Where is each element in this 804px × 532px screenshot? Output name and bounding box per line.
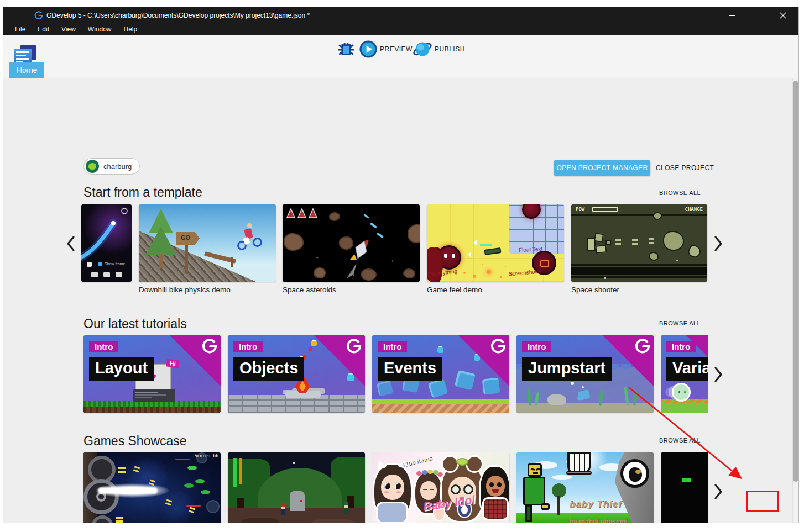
template-card-game-feel[interactable]: Float Text Everything Screenshake	[427, 204, 564, 282]
items-label: +100 items	[400, 454, 432, 468]
tutorial-card-events[interactable]: Intro Events	[372, 335, 509, 413]
minimize-button-icon[interactable]	[721, 7, 743, 24]
browse-all-showcase[interactable]: BROWSE ALL	[659, 437, 701, 444]
title-bar: GDevelop 5 - C:\Users\charburg\Documents…	[3, 7, 798, 24]
intro-tag: Intro	[233, 341, 263, 352]
tutorial-card-objects[interactable]: Intro Objects	[228, 335, 365, 413]
template-caption: Game feel demo	[427, 286, 482, 294]
gdevelop-g-icon	[202, 339, 217, 354]
menu-window[interactable]: Window	[82, 24, 118, 35]
section-title-showcase: Games Showcase	[83, 434, 187, 449]
showcase-card-blazing-inferno[interactable]: Score: 66	[83, 452, 221, 523]
tutorial-title: Layout	[89, 357, 154, 381]
gdevelop-g-icon	[346, 339, 362, 354]
baby-thief-author: by mahdi ghasemi	[570, 518, 628, 523]
menu-help[interactable]: Help	[118, 24, 144, 35]
template-caption: Downhill bike physics demo	[139, 286, 231, 294]
template-card-downhill-bike[interactable]: GO	[139, 204, 276, 282]
tutorial-title: Events	[378, 357, 442, 381]
intro-tag: Intro	[89, 341, 118, 352]
showcase-card-baby-idol[interactable]: Baby Idol +100 items	[372, 452, 509, 523]
template-caption: Space asteroids	[283, 286, 336, 294]
window-title: GDevelop 5 - C:\Users\charburg\Documents…	[46, 7, 310, 24]
chevron-right-icon[interactable]	[713, 366, 724, 383]
toolbar: PREVIEW PUBLISH	[3, 35, 798, 78]
showcase-card-floresia[interactable]	[228, 452, 365, 523]
template-caption: Space shooter	[571, 286, 619, 294]
go-sign-label: GO	[181, 234, 190, 241]
open-project-manager-button[interactable]: OPEN PROJECT MANAGER	[554, 160, 650, 176]
intro-tag: Intro	[666, 341, 696, 352]
intro-tag: Intro	[378, 341, 407, 352]
tutorial-card-jumpstart[interactable]: Intro Jumpstart	[516, 335, 654, 413]
browse-all-templates[interactable]: BROWSE ALL	[659, 189, 701, 196]
home-page: charburg OPEN PROJECT MANAGER CLOSE PROJ…	[3, 78, 798, 523]
hi-tag: Hi	[166, 359, 180, 368]
browse-all-tutorials[interactable]: BROWSE ALL	[659, 320, 701, 326]
tutorial-title: Variables	[666, 357, 708, 381]
preview-play-icon[interactable]	[359, 40, 377, 58]
menu-edit[interactable]: Edit	[32, 24, 55, 35]
tutorial-title: Jumpstart	[522, 357, 612, 381]
pow-label: POW	[576, 207, 584, 212]
tutorial-title: Objects	[233, 357, 304, 381]
gdevelop-g-icon	[490, 339, 506, 354]
debug-icon[interactable]	[337, 40, 356, 59]
publish-button[interactable]: PUBLISH	[435, 40, 465, 58]
score-label: Score: 66	[195, 454, 218, 459]
template-card-space-shooter[interactable]: POW CHANGE	[571, 204, 707, 282]
chevron-right-icon[interactable]	[713, 483, 724, 500]
preview-button[interactable]: PREVIEW	[380, 40, 413, 58]
maximize-button-icon[interactable]	[746, 7, 769, 24]
change-label: CHANGE	[685, 207, 703, 212]
chevron-right-icon[interactable]	[713, 235, 724, 252]
close-project-button[interactable]: CLOSE PROJECT	[656, 160, 714, 176]
menu-view[interactable]: View	[55, 24, 82, 35]
gdevelop-window: GDevelop 5 - C:\Users\charburg\Documents…	[3, 7, 799, 523]
tab-home[interactable]: Home	[9, 62, 44, 78]
tutorial-card-variables[interactable]: +1 Intro Variables	[661, 335, 708, 413]
screenshake-label: Screenshake	[509, 268, 541, 277]
chevron-left-icon[interactable]	[65, 235, 76, 252]
section-title-templates: Start from a template	[83, 185, 202, 200]
gdevelop-logo-icon	[34, 11, 43, 20]
close-button-icon[interactable]	[772, 7, 794, 24]
menu-file[interactable]: File	[9, 24, 32, 35]
gdevelop-g-icon	[635, 339, 650, 354]
showcase-card-baby-thief[interactable]: baby Thief by mahdi ghasemi	[516, 452, 654, 523]
tutorial-card-layout[interactable]: ♥ Hi Intro Layout	[83, 335, 221, 413]
annotation-highlight-box	[746, 491, 779, 512]
publish-globe-icon[interactable]	[413, 40, 432, 59]
username: charburg	[103, 162, 132, 171]
baby-thief-title: baby Thief	[570, 499, 622, 510]
showcase-card-brick-drop[interactable]	[661, 452, 708, 523]
avatar	[86, 160, 99, 173]
template-card-space-asteroids[interactable]: + +	[283, 204, 420, 282]
show-frame-label: Show frame	[105, 262, 125, 266]
user-chip[interactable]: charburg	[83, 158, 140, 175]
section-title-tutorials: Our latest tutorials	[83, 317, 187, 331]
scrollbar-thumb[interactable]	[793, 81, 798, 482]
template-card-partial[interactable]: Show frame	[81, 204, 132, 282]
menu-bar: File Edit View Window Help	[3, 24, 798, 35]
intro-tag: Intro	[522, 341, 551, 352]
